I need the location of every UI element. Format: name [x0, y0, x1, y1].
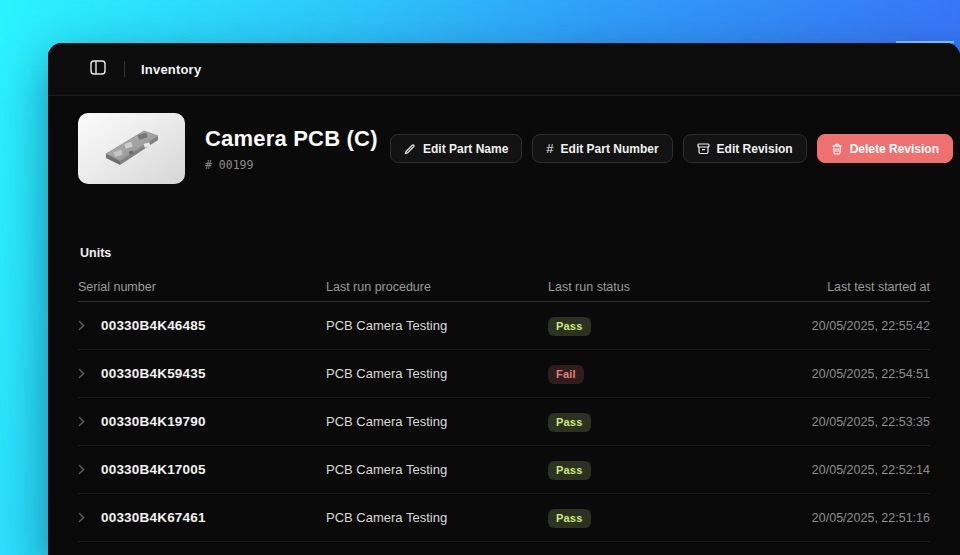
trash-icon: [831, 143, 843, 155]
part-meta: Camera PCB (C) # 00199: [205, 126, 390, 172]
window-header: Inventory: [48, 43, 960, 96]
edit-part-number-button[interactable]: # Edit Part Number: [532, 134, 672, 163]
header-divider: [124, 61, 125, 77]
unit-serial: 00330B4K59435: [101, 366, 206, 381]
unit-procedure: PCB Camera Testing: [326, 510, 548, 525]
button-label: Edit Part Number: [561, 142, 659, 156]
table-row[interactable]: 00330B4K67461 PCB Camera Testing Pass 20…: [78, 494, 930, 542]
status-badge: Pass: [548, 461, 591, 480]
part-number: # 00199: [205, 158, 390, 172]
table-header-row: Serial number Last run procedure Last ru…: [78, 273, 930, 302]
sidebar-panel-icon: [90, 60, 106, 78]
column-header-status: Last run status: [548, 280, 780, 294]
table-row[interactable]: 00330B4K46485 PCB Camera Testing Pass 20…: [78, 302, 930, 350]
archive-icon: [697, 143, 710, 155]
units-section-title: Units: [80, 246, 930, 260]
unit-serial: 00330B4K17005: [101, 462, 206, 477]
button-label: Edit Part Name: [423, 142, 508, 156]
column-header-procedure: Last run procedure: [326, 280, 548, 294]
part-thumbnail: [78, 113, 185, 184]
table-row[interactable]: 00330B4K59435 PCB Camera Testing Fail 20…: [78, 350, 930, 398]
table-row[interactable]: 00330B4K17005 PCB Camera Testing Pass 20…: [78, 446, 930, 494]
page-title: Inventory: [141, 62, 201, 77]
chevron-right-icon[interactable]: [78, 320, 88, 331]
chevron-right-icon[interactable]: [78, 464, 88, 475]
button-label: Edit Revision: [717, 142, 793, 156]
unit-serial: 00330B4K46485: [101, 318, 206, 333]
units-table: Serial number Last run procedure Last ru…: [78, 273, 930, 542]
pencil-icon: [404, 143, 416, 155]
unit-started-at: 20/05/2025, 22:51:16: [780, 511, 930, 525]
unit-procedure: PCB Camera Testing: [326, 318, 548, 333]
part-name: Camera PCB (C): [205, 126, 390, 152]
edit-part-name-button[interactable]: Edit Part Name: [390, 134, 522, 163]
edit-revision-button[interactable]: Edit Revision: [683, 134, 807, 163]
table-row[interactable]: 00330B4K19790 PCB Camera Testing Pass 20…: [78, 398, 930, 446]
unit-started-at: 20/05/2025, 22:52:14: [780, 463, 930, 477]
unit-procedure: PCB Camera Testing: [326, 414, 548, 429]
status-badge: Pass: [548, 317, 591, 336]
column-header-started-at: Last test started at: [780, 280, 930, 294]
hash-icon: #: [546, 142, 553, 155]
chevron-right-icon[interactable]: [78, 368, 88, 379]
status-badge: Fail: [548, 365, 584, 384]
unit-started-at: 20/05/2025, 22:53:35: [780, 415, 930, 429]
unit-procedure: PCB Camera Testing: [326, 462, 548, 477]
delete-revision-button[interactable]: Delete Revision: [817, 134, 953, 163]
chevron-right-icon[interactable]: [78, 512, 88, 523]
unit-started-at: 20/05/2025, 22:55:42: [780, 319, 930, 333]
chevron-right-icon[interactable]: [78, 416, 88, 427]
status-badge: Pass: [548, 509, 591, 528]
unit-serial: 00330B4K67461: [101, 510, 206, 525]
unit-procedure: PCB Camera Testing: [326, 366, 548, 381]
status-badge: Pass: [548, 413, 591, 432]
unit-serial: 00330B4K19790: [101, 414, 206, 429]
part-summary: Camera PCB (C) # 00199 Edit Part Name # …: [48, 96, 960, 184]
unit-started-at: 20/05/2025, 22:54:51: [780, 367, 930, 381]
button-label: Delete Revision: [850, 142, 939, 156]
column-header-serial: Serial number: [78, 280, 326, 294]
table-body: 00330B4K46485 PCB Camera Testing Pass 20…: [78, 302, 930, 542]
pcb-render-image: [92, 121, 172, 177]
sidebar-toggle-button[interactable]: [84, 55, 112, 83]
part-actions: Edit Part Name # Edit Part Number Edit R…: [390, 134, 953, 163]
app-window: Inventory Camera PCB (C): [48, 43, 960, 555]
units-section: Units Serial number Last run procedure L…: [48, 246, 960, 542]
